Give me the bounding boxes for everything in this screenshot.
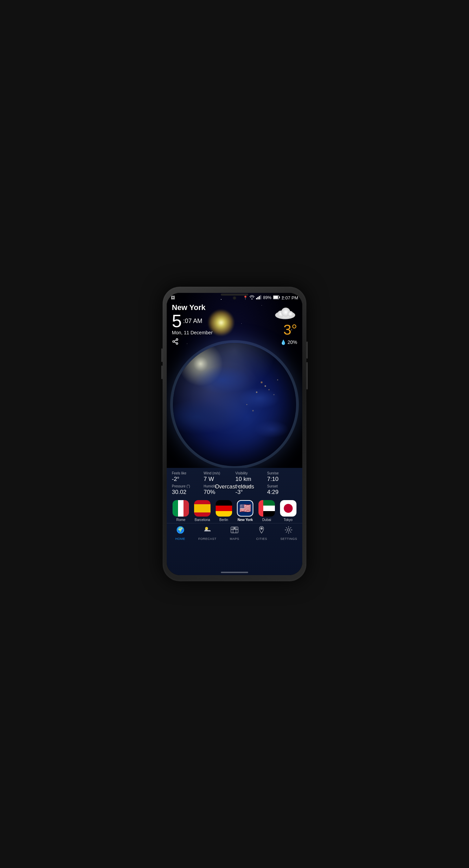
stat-wind: Wind (m/s) 7 W [204,471,234,483]
location-icon: 📍 [243,296,248,300]
stat-visibility-label: Visibility [236,471,266,475]
berlin-flag [216,500,232,517]
tokyo-label: Tokyo [284,518,293,522]
tokyo-flag [280,500,296,517]
battery-percent: 89% [263,295,271,300]
nav-settings[interactable]: SETTINGS [275,525,302,541]
stat-visibility: Visibility 10 km [236,471,266,483]
signal-icon [256,295,262,300]
weather-condition: Overcast clouds [167,484,302,490]
home-label: HOME [175,537,185,541]
screen-content: 🖼 📍 [167,293,302,575]
wifi-icon [250,295,254,300]
stats-grid: Feels like -2° Wind (m/s) 7 W Visibility… [167,468,302,497]
svg-line-11 [174,340,176,341]
barcelona-label: Barcelona [194,518,210,522]
status-right-icons: 📍 [243,295,298,300]
dubai-flag [258,500,275,517]
newyork-label: New York [238,518,253,522]
svg-rect-3 [260,295,261,299]
weather-background: New York 5 :07 AM Mon, 11 December [167,293,302,496]
stat-visibility-value: 10 km [236,476,266,483]
svg-rect-2 [259,296,260,299]
barcelona-flag [194,500,211,517]
status-bar: 🖼 📍 [167,293,302,302]
nav-home[interactable]: 🌍 HOME [167,525,194,541]
status-time: 2:07 PM [282,295,298,300]
berlin-label: Berlin [219,518,228,522]
city-item-rome[interactable]: Rome [173,500,189,522]
stat-feels-like-label: Feels like [172,471,202,475]
stat-sunrise-value: 7:10 [267,476,297,483]
battery-icon [273,295,280,300]
volume-button [306,362,308,389]
stat-wind-value: 7 W [204,476,234,483]
svg-point-20 [234,528,235,529]
city-item-tokyo[interactable]: Tokyo [280,500,296,522]
home-indicator [221,572,248,573]
raindrop-icon: 💧 [280,339,286,345]
cities-row: Rome Barcelona Berlin 🇺🇸 New York [167,497,302,523]
svg-point-21 [261,528,263,529]
image-icon: 🖼 [171,295,175,300]
stat-wind-label: Wind (m/s) [204,471,234,475]
cities-icon [257,525,266,536]
svg-rect-5 [279,296,280,298]
forecast-icon [203,525,212,536]
settings-icon [284,525,293,536]
maps-label: MAPS [230,537,239,541]
home-icon: 🌍 [176,525,185,536]
power-button [306,342,308,359]
rome-label: Rome [176,518,186,522]
svg-point-22 [288,529,290,531]
bottom-navigation: 🌍 HOME FORECAST [167,523,302,544]
volume-down-button [161,365,163,379]
nav-maps[interactable]: MAPS [221,525,248,541]
nav-cities[interactable]: CITIES [248,525,275,541]
cities-label: CITIES [256,537,267,541]
nav-forecast[interactable]: FORECAST [194,525,221,541]
cloud-icon [273,306,297,320]
svg-text:🌍: 🌍 [177,526,183,533]
precipitation-value: 20% [288,339,297,345]
weather-right-panel: 3° 💧 20% [273,306,297,345]
rome-flag [173,500,189,517]
city-item-berlin[interactable]: Berlin [216,500,232,522]
svg-point-15 [288,311,293,317]
phone-screen: 🖼 📍 [167,293,302,575]
newyork-flag: 🇺🇸 [237,500,253,517]
svg-point-9 [176,343,178,344]
time-min-ampm: :07 AM [183,318,202,325]
time-hour: 5 [172,312,182,330]
settings-label: SETTINGS [280,537,297,541]
stat-feels-like: Feels like -2° [172,471,202,483]
svg-rect-0 [256,298,257,299]
stat-sunrise: Sunrise 7:10 [267,471,297,483]
svg-point-8 [173,341,175,343]
city-item-dubai[interactable]: Dubai [258,500,275,522]
city-item-new-york[interactable]: 🇺🇸 New York [237,500,253,522]
temperature-display: 3° [283,322,297,338]
svg-point-7 [176,339,178,340]
forecast-label: FORECAST [198,537,216,541]
dubai-label: Dubai [262,518,271,522]
city-lights [173,343,296,466]
status-left-icons: 🖼 [171,295,175,300]
earth-globe [173,343,296,466]
phone-frame: 🖼 📍 [163,287,306,581]
svg-line-10 [174,342,176,343]
stat-feels-like-value: -2° [172,476,202,483]
volume-up-button [161,348,163,362]
city-item-barcelona[interactable]: Barcelona [194,500,211,522]
maps-icon [230,525,239,536]
svg-rect-1 [257,297,258,299]
precipitation-row: 💧 20% [280,339,297,345]
stat-sunrise-label: Sunrise [267,471,297,475]
svg-rect-6 [274,296,278,299]
